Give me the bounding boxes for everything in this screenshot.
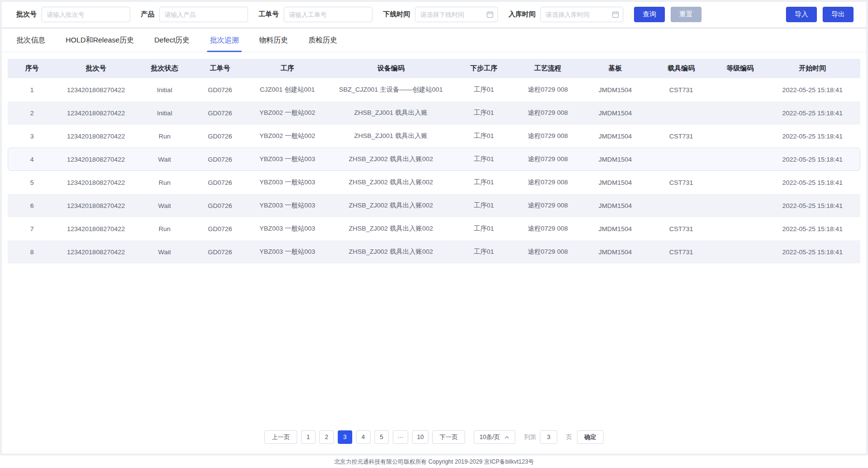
tab-hold-release-history[interactable]: HOLD和Release历史 <box>66 29 134 52</box>
tab-material-history[interactable]: 物料历史 <box>259 29 288 52</box>
filter-offline-time: 下线时间 <box>383 7 498 22</box>
import-button[interactable]: 导入 <box>786 7 817 22</box>
table-row[interactable]: 6 1234201808270422 Wait GD0726 YBZ003 一般… <box>8 194 860 217</box>
batch-no-input[interactable] <box>41 7 130 22</box>
goto-suffix-label: 页 <box>566 433 572 441</box>
cell-work-order-no: GD0726 <box>193 156 247 163</box>
cell-batch-status: Run <box>136 225 193 233</box>
next-page-button[interactable]: 下一页 <box>432 430 465 444</box>
cell-operation: YBZ003 一般站003 <box>247 224 329 233</box>
offline-time-input[interactable] <box>415 7 498 22</box>
inbound-time-label: 入库时间 <box>509 10 536 19</box>
cell-work-order-no: GD0726 <box>193 133 247 140</box>
cell-start-time: 2022-05-25 15:18:41 <box>767 179 859 186</box>
col-header-start-time: 开始时间 <box>767 64 859 73</box>
cell-batch-status: Initial <box>136 86 193 94</box>
reset-button[interactable]: 重置 <box>671 7 702 22</box>
cell-start-time: 2022-05-25 15:18:41 <box>767 156 859 163</box>
cell-carrier-code: CST731 <box>649 248 714 256</box>
cell-process-flow: 途程0729 008 <box>514 109 582 117</box>
table-row[interactable]: 2 1234201808270422 Initial GD0726 YBZ002… <box>8 101 860 124</box>
col-header-operation: 工序 <box>247 64 329 73</box>
cell-index: 5 <box>8 179 56 186</box>
confirm-button[interactable]: 确定 <box>577 430 604 444</box>
tab-batch-info[interactable]: 批次信息 <box>16 29 45 52</box>
page-button-4[interactable]: 4 <box>356 430 371 444</box>
cell-batch-status: Run <box>136 179 193 186</box>
page-ellipsis-button[interactable]: ··· <box>393 430 409 444</box>
cell-equipment-code: SBZ_CJZ001 主设备——创建站001 <box>328 85 454 94</box>
product-input[interactable] <box>159 7 248 22</box>
cell-carrier-code: CST731 <box>649 133 714 140</box>
tab-defect-history[interactable]: Defect历史 <box>154 29 190 52</box>
cell-carrier-code: CST731 <box>649 86 714 94</box>
cell-process-flow: 途程0729 008 <box>514 224 582 233</box>
page-size-value: 10条/页 <box>480 433 500 441</box>
table-row[interactable]: 8 1234201808270422 Wait GD0726 YBZ003 一般… <box>8 240 860 263</box>
cell-batch-no: 1234201808270422 <box>56 86 136 94</box>
cell-batch-status: Initial <box>136 110 193 117</box>
tab-batch-trace[interactable]: 批次追溯 <box>210 29 239 52</box>
inbound-time-input[interactable] <box>540 7 623 22</box>
cell-next-operation: 工序01 <box>454 201 514 210</box>
cell-batch-no: 1234201808270422 <box>56 133 136 140</box>
col-header-carrier-code: 载具编码 <box>649 64 714 73</box>
cell-next-operation: 工序01 <box>454 132 514 140</box>
table-row[interactable]: 3 1234201808270422 Run GD0726 YBZ002 一般站… <box>8 124 860 148</box>
col-header-batch-status: 批次状态 <box>136 64 193 73</box>
work-order-input[interactable] <box>284 7 372 22</box>
cell-next-operation: 工序01 <box>454 178 514 187</box>
cell-start-time: 2022-05-25 15:18:41 <box>767 225 859 233</box>
page-button-3-current[interactable]: 3 <box>338 430 352 444</box>
tab-quality-history[interactable]: 质检历史 <box>308 29 337 52</box>
filter-work-order: 工单号 <box>259 7 372 22</box>
cell-work-order-no: GD0726 <box>193 179 247 186</box>
cell-process-flow: 途程0729 008 <box>514 178 582 187</box>
cell-batch-no: 1234201808270422 <box>56 248 136 256</box>
goto-page-input[interactable] <box>540 430 557 444</box>
cell-index: 4 <box>8 156 56 163</box>
cell-batch-status: Wait <box>136 202 193 209</box>
table-row-hovered[interactable]: 4 1234201808270422 Wait GD0726 YBZ003 一般… <box>8 148 860 171</box>
page-button-1[interactable]: 1 <box>301 430 316 444</box>
cell-batch-no: 1234201808270422 <box>56 156 136 163</box>
cell-batch-no: 1234201808270422 <box>56 202 136 209</box>
calendar-icon <box>612 11 619 18</box>
filter-product: 产品 <box>141 7 248 22</box>
batch-no-label: 批次号 <box>16 10 37 19</box>
cell-batch-status: Wait <box>136 248 193 256</box>
query-button[interactable]: 查询 <box>634 7 665 22</box>
cell-substrate: JMDM1504 <box>581 86 649 94</box>
table-row[interactable]: 1 1234201808270422 Initial GD0726 CJZ001… <box>8 78 860 101</box>
cell-next-operation: 工序01 <box>454 155 514 164</box>
offline-time-label: 下线时间 <box>383 10 410 19</box>
cell-operation: YBZ002 一般站002 <box>247 109 329 117</box>
cell-process-flow: 途程0729 008 <box>514 85 582 94</box>
prev-page-button[interactable]: 上一页 <box>264 430 297 444</box>
table-row[interactable]: 7 1234201808270422 Run GD0726 YBZ003 一般站… <box>8 217 860 240</box>
cell-process-flow: 途程0729 008 <box>514 132 582 140</box>
page-button-5[interactable]: 5 <box>374 430 389 444</box>
cell-start-time: 2022-05-25 15:18:41 <box>767 86 859 94</box>
cell-carrier-code: CST731 <box>649 179 714 186</box>
table-header-row: 序号 批次号 批次状态 工单号 工序 设备编码 下步工序 工艺流程 基板 载具编… <box>8 59 860 78</box>
cell-next-operation: 工序01 <box>454 109 514 117</box>
calendar-icon <box>486 11 494 18</box>
page-button-10[interactable]: 10 <box>412 430 428 444</box>
cell-substrate: JMDM1504 <box>581 133 649 140</box>
cell-next-operation: 工序01 <box>454 85 514 94</box>
table-row[interactable]: 5 1234201808270422 Run GD0726 YBZ003 一般站… <box>8 171 860 194</box>
cell-equipment-code: ZHSB_ZJ002 载具出入账002 <box>328 224 454 233</box>
cell-batch-no: 1234201808270422 <box>56 225 136 233</box>
cell-batch-no: 1234201808270422 <box>56 179 136 186</box>
cell-index: 6 <box>8 202 56 209</box>
col-header-next-operation: 下步工序 <box>454 64 514 73</box>
cell-operation: CJZ001 创建站001 <box>247 85 329 94</box>
cell-operation: YBZ003 一般站003 <box>247 178 329 187</box>
cell-index: 1 <box>8 86 56 94</box>
page-size-select[interactable]: 10条/页 <box>474 430 515 444</box>
export-button[interactable]: 导出 <box>823 7 854 22</box>
tab-bar: 批次信息 HOLD和Release历史 Defect历史 批次追溯 物料历史 质… <box>2 29 866 52</box>
page-button-2[interactable]: 2 <box>319 430 334 444</box>
col-header-batch-no: 批次号 <box>56 64 136 73</box>
